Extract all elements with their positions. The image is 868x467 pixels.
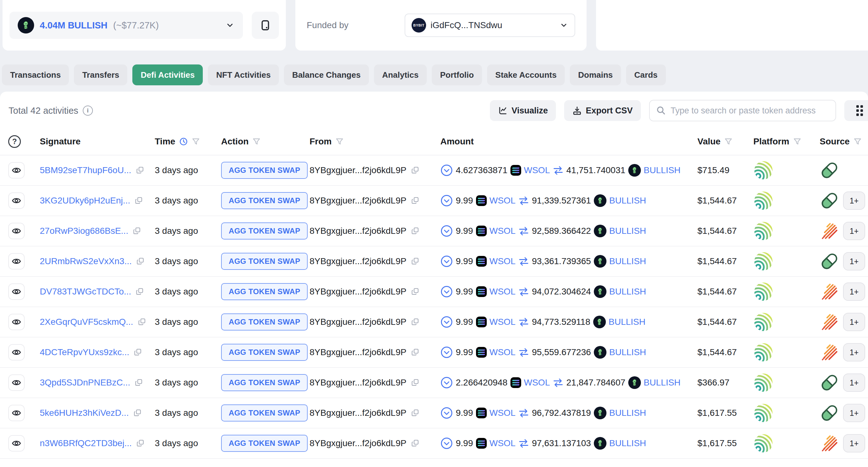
from-address[interactable]: 8YBgxgjuer...f2jo6kdL9P: [310, 256, 406, 266]
token-in-link[interactable]: WSOL: [490, 317, 516, 327]
from-address[interactable]: 8YBgxgjuer...f2jo6kdL9P: [310, 438, 406, 448]
tab-analytics[interactable]: Analytics: [374, 64, 427, 85]
platform-swirl-icon[interactable]: [754, 404, 773, 422]
from-address[interactable]: 8YBgxgjuer...f2jo6kdL9P: [310, 287, 406, 297]
token-out-link[interactable]: BULLISH: [609, 287, 646, 297]
platform-swirl-icon[interactable]: [754, 222, 773, 240]
token-in-link[interactable]: WSOL: [490, 256, 516, 266]
source-count-badge[interactable]: 1+: [843, 252, 865, 270]
tab-stake-accounts[interactable]: Stake Accounts: [487, 64, 565, 85]
copy-icon[interactable]: [411, 378, 420, 387]
platform-swirl-icon[interactable]: [754, 343, 773, 362]
clock-sort-icon[interactable]: [179, 137, 188, 146]
from-address[interactable]: 8YBgxgjuer...f2jo6kdL9P: [310, 347, 406, 357]
preview-transaction-button[interactable]: [8, 405, 25, 421]
preview-transaction-button[interactable]: [8, 344, 25, 360]
platform-swirl-icon[interactable]: [754, 252, 773, 271]
preview-transaction-button[interactable]: [8, 374, 25, 391]
action-badge[interactable]: AGG TOKEN SWAP: [221, 223, 308, 239]
copy-icon[interactable]: [133, 409, 142, 417]
column-settings-button[interactable]: [844, 100, 868, 121]
signature-link[interactable]: 3Qpd5SJDnPNEBzC...: [40, 378, 130, 388]
from-address[interactable]: 8YBgxgjuer...f2jo6kdL9P: [310, 408, 406, 418]
source-count-badge[interactable]: 1+: [843, 222, 865, 240]
action-badge[interactable]: AGG TOKEN SWAP: [221, 404, 308, 421]
from-address[interactable]: 8YBgxgjuer...f2jo6kdL9P: [310, 226, 406, 236]
copy-icon[interactable]: [136, 257, 145, 266]
expand-swap-icon[interactable]: [440, 194, 453, 207]
token-out-link[interactable]: BULLISH: [609, 196, 646, 206]
token-in-link[interactable]: WSOL: [490, 347, 516, 357]
copy-icon[interactable]: [138, 318, 147, 326]
from-address[interactable]: 8YBgxgjuer...f2jo6kdL9P: [310, 165, 406, 175]
tab-nft-activities[interactable]: NFT Activities: [208, 64, 279, 85]
copy-icon[interactable]: [411, 409, 420, 417]
copy-icon[interactable]: [134, 196, 144, 205]
tab-defi-activities[interactable]: Defi Activities: [132, 64, 203, 85]
tab-transfers[interactable]: Transfers: [74, 64, 127, 85]
copy-icon[interactable]: [134, 378, 144, 387]
copy-icon[interactable]: [411, 196, 420, 205]
source-count-badge[interactable]: 1+: [843, 283, 865, 301]
source-meteor-icon[interactable]: [820, 221, 839, 241]
token-out-link[interactable]: BULLISH: [609, 438, 646, 448]
source-meteor-icon[interactable]: [820, 312, 839, 332]
preview-transaction-button[interactable]: [8, 162, 25, 178]
token-out-link[interactable]: BULLISH: [644, 378, 681, 388]
expand-swap-icon[interactable]: [440, 407, 453, 419]
copy-icon[interactable]: [136, 166, 145, 175]
from-address[interactable]: 8YBgxgjuer...f2jo6kdL9P: [310, 196, 406, 206]
expand-swap-icon[interactable]: [440, 316, 453, 328]
filter-icon[interactable]: [336, 138, 344, 146]
source-pill-icon[interactable]: [820, 160, 839, 180]
copy-icon[interactable]: [411, 287, 420, 296]
token-out-link[interactable]: BULLISH: [609, 347, 646, 357]
token-in-link[interactable]: WSOL: [490, 438, 516, 448]
platform-swirl-icon[interactable]: [754, 313, 773, 331]
expand-swap-icon[interactable]: [440, 255, 453, 268]
visualize-button[interactable]: Visualize: [490, 100, 556, 121]
action-badge[interactable]: AGG TOKEN SWAP: [221, 253, 308, 270]
token-out-link[interactable]: BULLISH: [609, 408, 646, 418]
from-address[interactable]: 8YBgxgjuer...f2jo6kdL9P: [310, 378, 406, 388]
signature-link[interactable]: 27oRwP3iog686BsE...: [40, 226, 128, 236]
info-icon[interactable]: i: [83, 106, 93, 116]
platform-swirl-icon[interactable]: [754, 282, 773, 301]
token-in-link[interactable]: WSOL: [524, 378, 550, 388]
signature-link[interactable]: 5BM92seT7hupF6oU...: [40, 165, 131, 175]
action-badge[interactable]: AGG TOKEN SWAP: [221, 283, 308, 300]
signature-link[interactable]: n3W6BRfQC2TD3bej...: [40, 438, 132, 448]
token-in-link[interactable]: WSOL: [524, 165, 550, 175]
copy-icon[interactable]: [411, 257, 420, 266]
signature-link[interactable]: 3KG2UDky6pH2uEnj...: [40, 196, 130, 206]
source-count-badge[interactable]: 1+: [843, 434, 865, 453]
action-badge[interactable]: AGG TOKEN SWAP: [221, 162, 308, 179]
expand-swap-icon[interactable]: [440, 225, 453, 237]
source-count-badge[interactable]: 1+: [843, 313, 865, 331]
source-meteor-icon[interactable]: [820, 343, 839, 362]
source-count-badge[interactable]: 1+: [843, 343, 865, 361]
token-out-link[interactable]: BULLISH: [644, 165, 681, 175]
token-holdings-select[interactable]: 4.04M BULLISH (~$77.27K): [9, 12, 243, 39]
token-in-link[interactable]: WSOL: [490, 287, 516, 297]
source-count-badge[interactable]: 1+: [843, 192, 865, 210]
copy-icon[interactable]: [411, 318, 420, 326]
signature-link[interactable]: 2XeGqrQuVF5cskmQ...: [40, 317, 133, 327]
token-in-link[interactable]: WSOL: [490, 196, 516, 206]
action-badge[interactable]: AGG TOKEN SWAP: [221, 374, 308, 391]
preview-transaction-button[interactable]: [8, 314, 25, 330]
token-in-link[interactable]: WSOL: [490, 226, 516, 236]
token-out-link[interactable]: BULLISH: [609, 317, 646, 327]
copy-icon[interactable]: [411, 439, 420, 448]
platform-swirl-icon[interactable]: [754, 191, 773, 210]
source-count-badge[interactable]: 1+: [843, 374, 865, 392]
token-accounts-button[interactable]: [252, 12, 279, 39]
token-in-link[interactable]: WSOL: [490, 408, 516, 418]
source-pill-icon[interactable]: [820, 191, 839, 210]
action-badge[interactable]: AGG TOKEN SWAP: [221, 192, 308, 209]
tab-portfolio[interactable]: Portfolio: [432, 64, 482, 85]
expand-swap-icon[interactable]: [440, 346, 453, 359]
filter-icon[interactable]: [724, 138, 733, 146]
expand-swap-icon[interactable]: [440, 285, 453, 298]
filter-icon[interactable]: [793, 138, 801, 146]
